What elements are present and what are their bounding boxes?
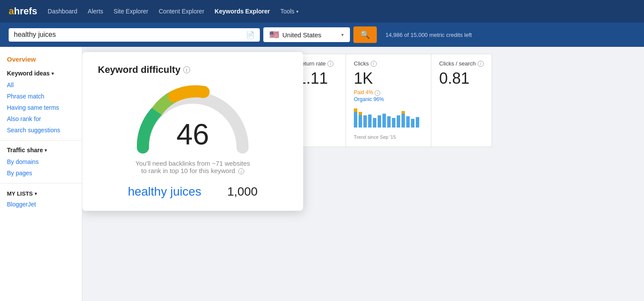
svg-rect-18 <box>363 115 367 128</box>
svg-rect-29 <box>411 119 414 128</box>
return-rate-value: 1.11 <box>298 69 338 88</box>
search-bar: 📄 🇺🇸 United States ▾ 🔍 14,986 of 15,000 … <box>0 23 644 47</box>
chevron-down-icon: ▾ <box>52 71 54 76</box>
sidebar-item-by-domains[interactable]: By domains <box>0 156 82 167</box>
kd-keyword-row: healthy juices 1,000 <box>98 185 288 199</box>
chevron-down-icon: ▾ <box>341 32 344 38</box>
chevron-down-icon: ▾ <box>35 191 37 196</box>
content-area: h volume i 800 licks 59% t clicks 41% i <box>82 47 644 301</box>
clicks-search-label: Clicks / search i <box>439 60 484 67</box>
clicks-search-value: 0.81 <box>439 69 484 88</box>
kd-title: Keyword difficulty i <box>98 64 288 75</box>
nav-content-explorer[interactable]: Content Explorer <box>159 8 204 15</box>
kd-gauge-wrap: 46 <box>98 82 288 156</box>
kd-description: You'll need backlinks from ~71 websites … <box>98 160 288 174</box>
sidebar-my-lists-label: MY LISTS ▾ <box>0 188 82 199</box>
sidebar-overview[interactable]: Overview <box>0 54 82 68</box>
gauge-svg-container: 46 <box>134 82 251 156</box>
info-icon[interactable]: i <box>478 61 484 67</box>
nav-tools[interactable]: Tools ▾ <box>280 8 298 15</box>
chevron-down-icon: ▾ <box>45 148 47 153</box>
svg-rect-27 <box>401 111 405 114</box>
svg-rect-24 <box>392 118 395 128</box>
clicks-chart: Trend since Sep '15 <box>354 106 423 140</box>
country-label: United States <box>282 31 338 39</box>
svg-rect-14 <box>354 110 357 128</box>
flag-icon: 🇺🇸 <box>269 30 279 39</box>
search-input[interactable] <box>14 31 243 39</box>
svg-rect-15 <box>354 108 357 112</box>
main-layout: Overview Keyword ideas ▾ All Phrase matc… <box>0 47 644 301</box>
sidebar-item-bloggerjet[interactable]: BloggerJet <box>0 199 82 210</box>
svg-rect-19 <box>368 115 372 128</box>
svg-rect-28 <box>406 116 410 128</box>
chevron-down-icon: ▾ <box>296 9 298 14</box>
search-icon: 🔍 <box>360 30 370 39</box>
country-select[interactable]: 🇺🇸 United States ▾ <box>263 27 350 42</box>
file-icon: 📄 <box>246 31 255 39</box>
sidebar-item-also-rank-for[interactable]: Also rank for <box>0 113 82 124</box>
kd-card: Keyword difficulty i 46 <box>82 52 303 211</box>
nav-keywords-explorer[interactable]: Keywords Explorer <box>215 8 270 15</box>
return-rate-label: Return rate i <box>298 60 338 67</box>
logo-text: hrefs <box>14 6 37 17</box>
clicks-card: Clicks i 1K Paid 4% i Organic 96% <box>346 54 431 147</box>
svg-rect-30 <box>416 117 419 128</box>
logo[interactable]: ahrefs <box>9 6 37 17</box>
sidebar: Overview Keyword ideas ▾ All Phrase matc… <box>0 47 82 301</box>
sidebar-item-search-suggestions[interactable]: Search suggestions <box>0 124 82 136</box>
nav-alerts[interactable]: Alerts <box>88 8 104 15</box>
search-input-wrap: 📄 <box>9 28 260 42</box>
sidebar-item-phrase-match[interactable]: Phrase match <box>0 91 82 102</box>
sidebar-item-all[interactable]: All <box>0 79 82 91</box>
svg-rect-25 <box>397 115 400 128</box>
clicks-per-search-card: Clicks / search i 0.81 <box>431 54 492 147</box>
info-icon[interactable]: i <box>327 61 333 67</box>
info-icon[interactable]: i <box>371 61 377 67</box>
logo-a: a <box>9 6 14 17</box>
svg-rect-26 <box>401 113 405 128</box>
svg-rect-16 <box>359 114 362 128</box>
info-icon[interactable]: i <box>183 66 190 73</box>
sidebar-item-by-pages[interactable]: By pages <box>0 167 82 179</box>
svg-rect-20 <box>373 118 376 128</box>
top-nav: ahrefs Dashboard Alerts Site Explorer Co… <box>0 0 644 23</box>
clicks-label: Clicks i <box>354 60 423 67</box>
kd-volume-value: 1,000 <box>227 185 258 199</box>
sidebar-item-having-same-terms[interactable]: Having same terms <box>0 102 82 113</box>
search-button[interactable]: 🔍 <box>353 26 377 43</box>
svg-rect-23 <box>387 116 391 128</box>
svg-rect-21 <box>378 115 381 128</box>
sidebar-traffic-share-label: Traffic share ▾ <box>0 145 82 156</box>
nav-dashboard[interactable]: Dashboard <box>48 8 78 15</box>
kd-score: 46 <box>176 117 209 151</box>
nav-tools-label: Tools <box>280 8 294 15</box>
sidebar-divider-2 <box>0 183 82 183</box>
svg-rect-22 <box>382 114 386 128</box>
credits-info: 14,986 of 15,000 metric credits left <box>385 32 472 38</box>
kd-keyword-value: healthy juices <box>128 185 201 199</box>
kd-desc2: to rank in top 10 for this keyword i <box>141 167 244 174</box>
sidebar-divider-1 <box>0 140 82 141</box>
clicks-value: 1K <box>354 69 423 88</box>
info-icon[interactable]: i <box>238 168 244 174</box>
info-icon[interactable]: i <box>375 90 380 96</box>
sidebar-keyword-ideas-label: Keyword ideas ▾ <box>0 68 82 79</box>
svg-rect-17 <box>359 112 362 115</box>
nav-site-explorer[interactable]: Site Explorer <box>113 8 148 15</box>
